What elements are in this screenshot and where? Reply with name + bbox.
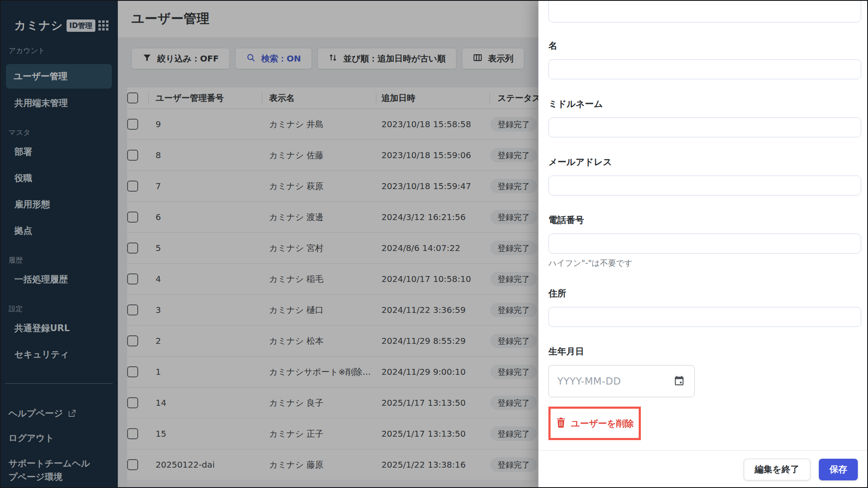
first-name-label: 名	[548, 40, 861, 52]
birthdate-placeholder: YYYY-MM-DD	[557, 376, 621, 387]
text-field-partial[interactable]	[548, 0, 861, 22]
email-label: メールアドレス	[548, 156, 861, 168]
modal-backdrop[interactable]	[0, 0, 538, 488]
drawer-fields: 名ミドルネームメールアドレス電話番号ハイフン"-"は不要です住所	[548, 40, 861, 327]
delete-user-label: ユーザーを削除	[571, 418, 634, 429]
phone-field: 電話番号ハイフン"-"は不要です	[548, 214, 861, 269]
phone-label: 電話番号	[548, 214, 861, 226]
annotation-highlight-box: ユーザーを削除	[548, 407, 641, 440]
address-input[interactable]	[548, 307, 861, 327]
birthdate-label: 生年月日	[548, 346, 861, 357]
finish-editing-button[interactable]: 編集を終了	[744, 459, 811, 480]
first-name-field: 名	[548, 40, 861, 79]
address-label: 住所	[548, 287, 861, 299]
edit-user-drawer: 名ミドルネームメールアドレス電話番号ハイフン"-"は不要です住所 生年月日 YY…	[538, 0, 868, 488]
phone-input[interactable]	[548, 234, 861, 254]
drawer-body: 名ミドルネームメールアドレス電話番号ハイフン"-"は不要です住所 生年月日 YY…	[539, 0, 868, 450]
save-button[interactable]: 保存	[819, 459, 858, 480]
address-field: 住所	[548, 287, 861, 327]
first-name-input[interactable]	[548, 59, 861, 79]
phone-helper-text: ハイフン"-"は不要です	[548, 258, 861, 269]
calendar-icon[interactable]	[673, 375, 685, 388]
birthdate-field: 生年月日 YYYY-MM-DD	[548, 346, 861, 397]
birthdate-input[interactable]: YYYY-MM-DD	[548, 365, 695, 397]
middle-name-label: ミドルネーム	[548, 98, 861, 110]
middle-name-field: ミドルネーム	[548, 98, 861, 137]
email-field: メールアドレス	[548, 156, 861, 195]
trash-icon	[556, 417, 565, 430]
delete-user-button[interactable]: ユーザーを削除	[551, 417, 634, 430]
drawer-footer: 編集を終了 保存	[539, 450, 868, 488]
middle-name-input[interactable]	[548, 117, 861, 137]
email-input[interactable]	[548, 176, 861, 195]
